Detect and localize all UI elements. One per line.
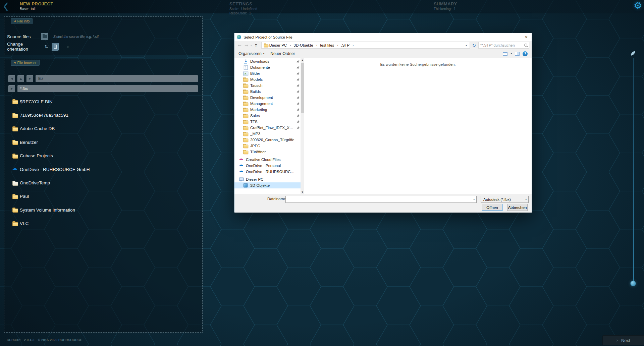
fb-apply-filter-button[interactable]: ▶ — [8, 85, 15, 92]
new-folder-button[interactable]: Neuer Ordner — [270, 51, 295, 56]
sidebar-item[interactable]: Sales — [234, 113, 304, 119]
fb-file-list: $RECYCLE.BIN 7169f53ce478a34ac591 Adobe … — [8, 95, 198, 230]
sidebar-item[interactable]: Bilder — [234, 70, 304, 76]
settings-gear-icon[interactable]: ⚙ — [634, 0, 642, 11]
sidebar-item[interactable]: Dokumente — [234, 64, 304, 70]
breadcrumb-item[interactable]: .STP › — [340, 43, 356, 48]
breadcrumb-bar[interactable]: Dieser PC › 3D-Objekte › test files › — [261, 42, 470, 49]
search-input[interactable] — [479, 43, 524, 47]
cancel-button[interactable]: Abbrechen — [507, 204, 528, 211]
filetype-select[interactable]: Autodesk (*.fbx) ▾ — [481, 196, 529, 203]
fb-file-row[interactable]: VLC — [8, 217, 198, 230]
source-files-hint: Select the source file, e.g. *.stl. — [53, 35, 99, 39]
sidebar-item[interactable]: Management — [234, 101, 304, 107]
help-icon[interactable]: ? — [523, 51, 528, 56]
pin-icon — [297, 96, 300, 99]
breadcrumb-item[interactable]: 3D-Objekte › — [293, 43, 320, 48]
chevron-right-icon: › — [616, 338, 618, 343]
sidebar-item[interactable]: Builds — [234, 89, 304, 95]
fb-path-input[interactable]: E:\ — [36, 75, 198, 82]
step-title: SETTINGS — [229, 1, 257, 6]
scrollbar-thumb[interactable] — [301, 63, 304, 113]
sidebar-item-icon — [239, 177, 244, 182]
sidebar-item[interactable]: Marketing — [234, 107, 304, 113]
filename-input[interactable] — [286, 197, 472, 201]
sidebar-scrollbar[interactable]: ▲ ▼ — [301, 58, 304, 194]
sidebar-item[interactable]: Downloads — [234, 58, 304, 64]
fb-file-row[interactable]: Cubase Projects — [8, 149, 198, 163]
sidebar-item[interactable]: Creative Cloud Files — [234, 157, 304, 163]
dialog-toolbar: Organisieren ▾ Neuer Ordner ▾ ? — [234, 50, 532, 58]
sidebar-item-icon — [243, 90, 248, 94]
dialog-footer: Dateiname: ▾ Autodesk (*.fbx) ▾ Öffnen A… — [234, 194, 532, 213]
fb-file-row[interactable]: OneDrive - RUHRSOURCE GmbH — [8, 163, 198, 176]
filetype-value: Autodesk (*.fbx) — [483, 197, 511, 201]
views-icon[interactable] — [503, 52, 507, 56]
refresh-icon[interactable]: ↻ — [471, 43, 477, 48]
wizard-step-settings[interactable]: SETTINGS Scale: Undefined Resolution: 1 — [229, 1, 257, 15]
orientation-flip-button[interactable] — [52, 43, 59, 51]
preview-pane-icon[interactable] — [515, 52, 520, 56]
sidebar-item[interactable]: OneDrive - RUHRSOURCE GmbH — [234, 169, 304, 175]
sidebar-item[interactable]: JPEG — [234, 143, 304, 149]
fb-file-row[interactable]: System Volume Information — [8, 203, 198, 217]
fb-back-button[interactable]: ◀ — [8, 75, 15, 82]
wizard-step-summary[interactable]: SUMMARY Thickening: 1 — [434, 1, 457, 11]
sidebar-item[interactable]: Tausch — [234, 82, 304, 89]
fb-forward-button[interactable]: ▶ — [26, 75, 33, 82]
breadcrumb-label: test files — [319, 43, 335, 47]
caret-down-icon[interactable]: ▾ — [472, 198, 476, 201]
fb-filter-input[interactable]: *.fbx — [17, 85, 198, 92]
organize-menu[interactable]: Organisieren ▾ — [238, 51, 264, 56]
change-orientation-label: Change orientation — [7, 42, 43, 52]
top-bar: NEW PROJECT Base: tall SETTINGS Scale: U… — [0, 0, 644, 13]
pen-marker-icon — [630, 50, 636, 58]
back-button[interactable] — [3, 2, 9, 11]
dialog-file-area[interactable]: Es wurden keine Suchergebnisse gefunden. — [304, 58, 532, 194]
file-browser-chip[interactable]: ◀ File browser — [11, 60, 40, 66]
file-name: Paul — [20, 194, 29, 199]
nav-up-icon[interactable]: ↑ — [253, 43, 259, 48]
wizard-step-new-project[interactable]: NEW PROJECT Base: tall — [20, 1, 53, 11]
zoom-slider-handle[interactable] — [630, 281, 636, 286]
sidebar-item[interactable]: Türöffner — [234, 149, 304, 155]
dialog-titlebar[interactable]: Select Project or Source File × — [234, 33, 532, 41]
dialog-close-button[interactable]: × — [521, 33, 532, 41]
breadcrumb-item[interactable]: test files › — [319, 43, 340, 48]
nav-back-icon[interactable]: ← — [237, 43, 243, 48]
file-name: VLC — [20, 221, 29, 226]
fb-file-row[interactable]: OneDriveTemp — [8, 176, 198, 189]
sidebar-item[interactable]: OneDrive - Personal — [234, 163, 304, 169]
dialog-sidebar: Downloads Dokumente — [234, 58, 304, 194]
sidebar-item[interactable]: Dieser PC — [234, 176, 304, 182]
sidebar-item[interactable]: _MP3 — [234, 131, 304, 137]
fb-file-row[interactable]: Paul — [8, 190, 198, 203]
nav-forward-icon[interactable]: → — [244, 43, 249, 48]
sidebar-item[interactable]: Models — [234, 76, 304, 82]
open-button[interactable]: Öffnen — [482, 204, 502, 211]
breadcrumb-caret-icon[interactable]: ▾ — [465, 44, 468, 47]
sidebar-item[interactable]: 200320_Corona_Türgriffe — [234, 137, 304, 143]
sidebar-item[interactable]: 3D-Objekte — [234, 182, 304, 188]
fb-navigation-row: ◀ ▲ ▶ E:\ — [8, 75, 198, 82]
fb-up-button[interactable]: ▲ — [17, 75, 24, 82]
scroll-up-icon[interactable]: ▲ — [302, 58, 303, 62]
next-button[interactable]: › Next — [602, 335, 644, 345]
fb-file-row[interactable]: 7169f53ce478a34ac591 — [8, 108, 198, 122]
breadcrumb-item[interactable]: Dieser PC › — [269, 43, 293, 48]
nav-history-caret-icon[interactable]: ▾ — [250, 44, 252, 47]
zoom-slider-track[interactable] — [633, 58, 634, 285]
fb-file-row[interactable]: $RECYCLE.BIN — [8, 95, 198, 108]
caret-down-icon[interactable]: ▾ — [511, 52, 512, 55]
sidebar-item-label: Downloads — [250, 59, 295, 63]
sidebar-item[interactable]: Development — [234, 95, 304, 101]
pin-icon — [297, 72, 300, 75]
fb-file-row[interactable]: Benutzer — [8, 135, 198, 149]
scroll-down-icon[interactable]: ▼ — [302, 190, 303, 194]
browse-source-button[interactable] — [41, 33, 48, 40]
fb-file-row[interactable]: Adobe Cache DB — [8, 122, 198, 135]
file-info-chip[interactable]: ◀ File info — [11, 18, 33, 24]
sidebar-item[interactable]: CrafBot_Flow_IDEX_XL_AME — [234, 125, 304, 131]
sidebar-item[interactable]: TFS — [234, 119, 304, 125]
sidebar-item-label: Dieser PC — [246, 177, 295, 181]
